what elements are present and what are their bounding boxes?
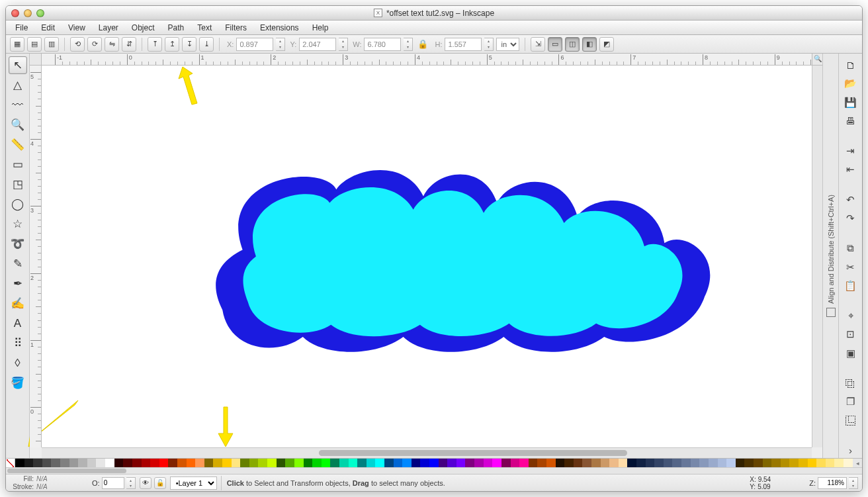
swatch[interactable] — [591, 459, 601, 468]
raise-top-button[interactable]: ⤒ — [148, 37, 162, 52]
w-spinner[interactable]: ▴▾ — [404, 38, 413, 51]
cmd-save[interactable]: 💾 — [843, 95, 859, 109]
swatch[interactable] — [546, 459, 556, 468]
menu-extensions[interactable]: Extensions — [253, 22, 306, 34]
cmd-zoom-draw[interactable]: ⊡ — [843, 327, 859, 341]
swatch[interactable] — [736, 459, 745, 468]
minimize-button[interactable] — [24, 9, 32, 17]
swatch[interactable] — [574, 459, 583, 468]
swatch[interactable] — [681, 459, 691, 468]
swatch[interactable] — [349, 459, 358, 468]
palette-scrollbar[interactable] — [6, 467, 862, 474]
rotate-ccw-button[interactable]: ⟲ — [70, 37, 85, 52]
tool-measure[interactable]: 📏 — [9, 136, 27, 154]
fill-stroke-indicator[interactable]: Fill:N/A Stroke:N/A — [6, 475, 92, 491]
swatch[interactable] — [78, 459, 87, 468]
swatch[interactable] — [177, 459, 187, 468]
zoom-input[interactable] — [818, 477, 847, 489]
tool-bezier[interactable]: ✒ — [9, 275, 27, 293]
swatch[interactable] — [511, 459, 520, 468]
cmd-cut[interactable]: ✂ — [843, 259, 859, 274]
swatch[interactable] — [646, 459, 655, 468]
swatch[interactable] — [232, 459, 241, 468]
ruler-vertical[interactable]: 543210 — [30, 66, 42, 447]
swatch[interactable] — [330, 459, 339, 468]
x-input[interactable] — [236, 38, 273, 51]
swatch[interactable] — [582, 459, 591, 468]
cmd-redo[interactable]: ↷ — [843, 211, 859, 226]
swatch[interactable] — [213, 459, 222, 468]
swatch[interactable] — [304, 459, 313, 468]
swatch[interactable] — [96, 459, 105, 468]
swatch[interactable] — [636, 459, 646, 468]
zoom-spinner[interactable]: ▴▾ — [849, 477, 858, 489]
tool-node[interactable]: △ — [9, 76, 27, 94]
tool-3dbox[interactable]: ◳ — [9, 175, 27, 193]
swatch[interactable] — [142, 459, 151, 468]
scrollbar-h-thumb[interactable] — [319, 450, 627, 456]
h-input[interactable] — [445, 38, 482, 51]
cmd-copy[interactable]: ⧉ — [843, 241, 859, 255]
scrollbar-horizontal[interactable] — [42, 447, 812, 458]
swatch[interactable] — [484, 459, 493, 468]
swatch[interactable] — [799, 459, 808, 468]
swatch[interactable] — [609, 459, 619, 468]
swatch[interactable] — [51, 459, 60, 468]
units-select[interactable]: in — [496, 38, 519, 51]
cmd-import[interactable]: ⇥ — [843, 144, 859, 158]
dock-align-distribute[interactable]: Align and Distribute (Shift+Ctrl+A) — [822, 54, 838, 458]
swatch[interactable] — [240, 459, 249, 468]
swatch[interactable] — [781, 459, 790, 468]
cmd-clone[interactable]: ❐ — [843, 394, 859, 409]
menu-object[interactable]: Object — [125, 22, 161, 34]
tool-spiral[interactable]: ➰ — [9, 235, 27, 253]
swatch[interactable] — [123, 459, 132, 468]
scrollbar-vertical[interactable] — [812, 66, 822, 447]
swatch[interactable] — [384, 459, 394, 468]
swatch[interactable] — [33, 459, 42, 468]
swatch[interactable] — [277, 459, 286, 468]
tool-zoom[interactable]: 🔍 — [9, 116, 27, 134]
swatch[interactable] — [159, 459, 169, 468]
layer-select[interactable]: •Layer 1 — [170, 476, 217, 490]
select-all-layers-button[interactable]: ▦ — [10, 37, 24, 52]
tool-pencil[interactable]: ✎ — [9, 255, 27, 273]
swatch[interactable] — [789, 459, 799, 468]
swatch[interactable] — [456, 459, 466, 468]
rotate-cw-button[interactable]: ⟳ — [87, 37, 102, 52]
swatch[interactable] — [429, 459, 439, 468]
affect-gradient-button[interactable]: ◧ — [582, 37, 597, 52]
swatch[interactable] — [42, 459, 52, 468]
swatch[interactable] — [168, 459, 177, 468]
swatch[interactable] — [339, 459, 349, 468]
lock-aspect-icon[interactable]: 🔒 — [415, 37, 430, 52]
opacity-spinner[interactable]: ▴▾ — [126, 477, 136, 489]
affect-scale-stroke-button[interactable]: ▭ — [548, 37, 562, 52]
swatch[interactable] — [699, 459, 709, 468]
swatch[interactable] — [808, 459, 817, 468]
y-input[interactable] — [299, 38, 336, 51]
swatch[interactable] — [691, 459, 700, 468]
swatch[interactable] — [367, 459, 376, 468]
ruler-origin[interactable] — [30, 54, 42, 66]
swatch[interactable] — [60, 459, 69, 468]
tool-ellipse[interactable]: ◯ — [9, 195, 27, 213]
affect-pattern-button[interactable]: ◩ — [599, 37, 614, 52]
swatch[interactable] — [447, 459, 456, 468]
select-all-button[interactable]: ▤ — [27, 37, 42, 52]
raise-button[interactable]: ↥ — [165, 37, 179, 52]
swatch[interactable] — [726, 459, 736, 468]
menu-filters[interactable]: Filters — [218, 22, 253, 34]
menu-layer[interactable]: Layer — [92, 22, 125, 34]
swatch[interactable] — [816, 459, 826, 468]
swatch[interactable] — [294, 459, 304, 468]
menu-path[interactable]: Path — [161, 22, 191, 34]
no-color-swatch[interactable] — [6, 459, 15, 468]
cmd-duplicate[interactable]: ⿻ — [843, 376, 859, 390]
tool-tweak[interactable]: 〰 — [9, 96, 27, 114]
flip-h-button[interactable]: ⇋ — [105, 37, 119, 52]
lower-button[interactable]: ↧ — [182, 37, 196, 52]
x-spinner[interactable]: ▴▾ — [276, 38, 285, 51]
swatch[interactable] — [556, 459, 565, 468]
swatch[interactable] — [322, 459, 331, 468]
